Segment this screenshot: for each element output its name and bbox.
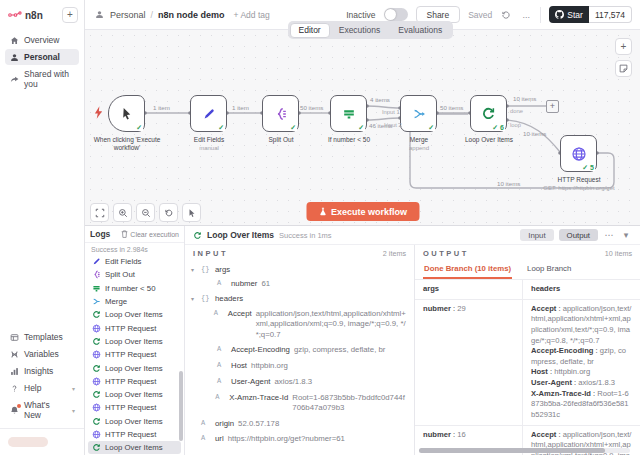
sidebar-item-insights[interactable]: Insights [5,363,79,379]
zoom-out-button[interactable] [136,203,155,222]
node-loop-over-items[interactable]: ✓ 6 Loop Over Items [470,95,507,132]
json-tree-row[interactable]: Anubmer61 [191,276,408,292]
select-mode-button[interactable] [182,203,201,222]
active-toggle[interactable] [384,8,408,21]
node-trigger[interactable]: ✓ When clicking 'Execute workflow' [108,95,145,132]
node-split-out[interactable]: ✓ Split Out [262,95,299,132]
output-hscrollbar[interactable] [419,448,630,453]
globe-icon [92,430,101,439]
log-item[interactable]: Loop Over Items [88,361,181,374]
inactive-label: Inactive [346,10,375,20]
node-if[interactable]: ✓ If number < 50 [330,95,367,132]
output-branch-tab[interactable]: Done Branch (10 items) [423,261,512,279]
json-key: args [215,265,230,274]
collapse-caret-icon[interactable]: ▾ [191,266,197,273]
output-toggle-button[interactable]: Output [559,229,598,241]
breadcrumb-owner[interactable]: Personal [110,10,146,20]
clear-execution-button[interactable]: Clear execution [121,230,179,238]
conn-label-return-items: 10 items [497,180,520,187]
logs-scrollbar[interactable] [179,256,183,451]
github-star-widget[interactable]: Star 117,574 [549,6,632,23]
json-tree-row[interactable]: AX-Amzn-Trace-IdRoot=1-6873b5bb-7bddfc0d… [191,390,408,416]
collapse-panel-icon[interactable]: ▾ [620,229,632,241]
tab-executions[interactable]: Executions [330,23,390,38]
log-item[interactable]: Edit Fields [88,255,181,268]
json-tree-row[interactable]: Aorigin52.0.57.178 [191,416,408,432]
log-item[interactable]: Loop Over Items [88,441,181,454]
column-header[interactable]: headers [523,280,640,299]
logs-column: Logs Clear execution Success in 2.984s E… [85,226,185,455]
column-header[interactable]: args [415,280,523,299]
headers-cell: Accept : application/json,text/html,appl… [523,300,640,425]
log-item[interactable]: HTTP Request [88,348,181,361]
log-item[interactable]: If number < 50 [88,282,181,295]
tab-editor[interactable]: Editor [290,23,330,38]
star-label: Star [567,10,583,20]
json-tree-row[interactable]: Aurlhttps://httpbin.org/get?nubmer=61 [191,432,408,448]
output-branch-tab[interactable]: Loop Branch [526,261,572,279]
sidebar-item-personal[interactable]: Personal [5,49,79,65]
loop-icon [193,231,202,240]
log-item[interactable]: Split Out [88,268,181,281]
log-item[interactable]: HTTP Request [88,428,181,441]
zoom-in-button[interactable] [113,203,132,222]
table-row[interactable]: nubmer : 29Accept : application/json,tex… [415,300,640,426]
json-tree-row[interactable]: AAccept-Encodinggzip, compress, deflate,… [191,343,408,359]
sidebar-item-what-s-new[interactable]: What's New▾ [5,397,79,423]
sidebar-item-help[interactable]: Help▾ [5,380,79,396]
toggle-knob [385,9,396,20]
execution-summary: Success in 2.984s [85,243,184,254]
saved-status: Saved [468,10,492,20]
collapse-caret-icon[interactable]: ▾ [191,295,197,302]
sidebar-footer [0,428,84,455]
json-key: origin [215,419,234,428]
logs-title: Logs [90,229,110,239]
node-edit-fields[interactable]: ✓ Edit Fields manual [190,95,227,132]
workflow-canvas[interactable]: 1 item 1 item 50 items 4 items Input 1 4… [85,30,640,225]
filter-icon [342,107,356,121]
log-item[interactable]: HTTP Request [88,321,181,334]
sidebar-item-templates[interactable]: Templates [5,329,79,345]
log-item[interactable]: Loop Over Items [88,388,181,401]
log-item[interactable]: Loop Over Items [88,335,181,348]
history-icon[interactable] [500,9,512,21]
log-item[interactable]: Merge [88,295,181,308]
n8n-logo-icon [8,10,22,20]
workflow-title[interactable]: n8n node demo [158,10,225,20]
sidebar-item-shared-with-you[interactable]: Shared with you [5,66,79,92]
json-tree-row[interactable]: ▾{}args [191,262,408,276]
json-tree-row[interactable]: AHosthttpbin.org [191,359,408,375]
panel-more-icon[interactable]: ⋯ [603,229,615,241]
fit-view-button[interactable] [90,203,109,222]
log-item[interactable]: Loop Over Items [88,308,181,321]
more-menu-icon[interactable]: ... [520,9,532,21]
success-check: ✓ [217,124,225,131]
user-menu-placeholder[interactable] [8,437,48,447]
output-count: 10 items [605,249,632,258]
add-node-endpoint[interactable]: + [546,100,559,113]
split-icon [92,270,101,279]
string-type-icon: A [215,393,225,401]
json-tree-row[interactable]: AUser-Agentaxios/1.8.3 [191,374,408,390]
node-http-request[interactable]: ✓ 5 HTTP Request GET: https://httpbin.or… [560,135,597,172]
log-item[interactable]: Loop Over Items [88,415,181,428]
execute-workflow-button[interactable]: Execute workflow [306,202,419,221]
input-panel: INPUT 2 items ▾{}argsAnubmer61▾{}headers… [185,245,415,455]
sidebar-item-label: Templates [24,332,63,342]
add-tag-button[interactable]: + Add tag [234,10,270,20]
view-tabs: EditorExecutionsEvaluations [288,21,453,39]
input-toggle-button[interactable]: Input [520,229,553,241]
add-node-button[interactable]: + [615,38,632,55]
node-merge[interactable]: ✓ Merge append [400,95,437,132]
json-tree-row[interactable]: AAcceptapplication/json,text/html,applic… [191,306,408,343]
tab-evaluations[interactable]: Evaluations [389,23,451,38]
sidebar-item-variables[interactable]: Variables [5,346,79,362]
log-item[interactable]: HTTP Request [88,375,181,388]
sidebar-item-overview[interactable]: Overview [5,32,79,48]
log-item[interactable]: HTTP Request [88,401,181,414]
new-workflow-button[interactable]: + [62,7,78,23]
log-item-label: Merge [105,297,127,306]
json-tree-row[interactable]: ▾{}headers [191,292,408,306]
add-sticky-button[interactable] [615,60,632,77]
reset-zoom-button[interactable] [159,203,178,222]
